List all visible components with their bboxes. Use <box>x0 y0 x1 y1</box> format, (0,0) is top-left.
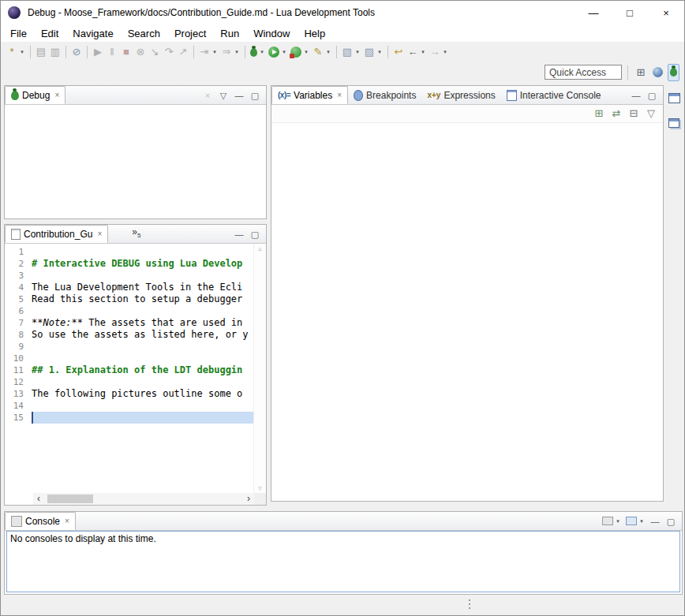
minimize-button[interactable]: — <box>629 87 643 104</box>
close-icon[interactable]: × <box>65 517 69 525</box>
line-number[interactable]: 7 <box>5 317 32 329</box>
menu-edit[interactable]: Edit <box>34 26 66 41</box>
menu-file[interactable]: File <box>3 26 34 41</box>
dropdown-arrow-icon[interactable]: ▾ <box>281 49 287 55</box>
minimized-view-button-1[interactable] <box>667 89 682 106</box>
dropdown-arrow-icon[interactable]: ▾ <box>303 49 309 55</box>
dropdown-arrow-icon[interactable]: ▾ <box>615 518 621 525</box>
code-text[interactable]: # Interactive DEBUG using Lua Develop <box>32 258 254 270</box>
dropdown-arrow-icon[interactable]: ▾ <box>354 49 361 55</box>
line-number[interactable]: 9 <box>5 341 32 353</box>
new-lua-file-button[interactable]: ▨▾ <box>362 43 384 61</box>
code-text[interactable] <box>32 376 254 388</box>
dropdown-arrow-icon[interactable]: ▾ <box>19 49 25 55</box>
code-text[interactable] <box>32 305 254 317</box>
dropdown-arrow-icon[interactable]: ▾ <box>234 49 240 55</box>
disconnect-button[interactable]: ⊗ <box>133 43 148 61</box>
editor-line[interactable]: 11## 1. Explanation of the LDT debuggin <box>5 364 254 376</box>
editor-line[interactable]: 3 <box>5 270 254 282</box>
console-content[interactable]: No consoles to display at this time. <box>6 531 680 592</box>
line-number[interactable]: 1 <box>5 246 32 258</box>
code-text[interactable] <box>32 412 254 424</box>
code-text[interactable]: So use the assets as listed here, or y <box>32 329 254 341</box>
menu-search[interactable]: Search <box>121 26 167 41</box>
close-icon[interactable]: × <box>337 91 342 99</box>
run-button[interactable]: ▾ <box>267 43 289 61</box>
code-text[interactable] <box>32 400 254 412</box>
lua-perspective-button[interactable] <box>651 64 664 81</box>
editor-line[interactable]: 10 <box>5 353 254 364</box>
editor-line[interactable]: 9 <box>5 341 254 353</box>
maximize-button[interactable]: ▢ <box>248 226 262 243</box>
dropdown-arrow-icon[interactable]: ▾ <box>211 49 218 55</box>
hidden-editors-indicator[interactable]: » 5 <box>132 225 140 243</box>
dropdown-arrow-icon[interactable]: ▾ <box>638 518 645 525</box>
tab-expressions[interactable]: x+yExpressions <box>421 86 500 104</box>
resume-button[interactable]: ▶ <box>91 43 105 61</box>
line-number[interactable]: 10 <box>5 353 32 364</box>
code-text[interactable] <box>32 341 254 353</box>
editor-text-area[interactable]: 12# Interactive DEBUG using Lua Develop3… <box>5 244 254 493</box>
display-selected-console-button[interactable]: ▾ <box>601 513 623 530</box>
editor-line[interactable]: 15 <box>5 412 254 424</box>
line-number[interactable]: 4 <box>5 282 32 293</box>
line-number[interactable]: 2 <box>5 258 32 270</box>
view-menu-button[interactable]: ▽ <box>644 105 658 122</box>
maximize-button[interactable]: ▢ <box>248 87 262 104</box>
line-number[interactable]: 5 <box>5 293 32 305</box>
line-number[interactable]: 12 <box>5 376 32 388</box>
tab-contribution-gu[interactable]: Contribution_Gu× <box>5 225 108 243</box>
menu-window[interactable]: Window <box>246 26 297 41</box>
code-text[interactable]: Read this section to setup a debugger <box>32 293 254 305</box>
editor-line[interactable]: 12 <box>5 376 254 388</box>
minimize-button[interactable]: — <box>232 226 246 243</box>
coverage-button[interactable]: ▾ <box>289 43 311 61</box>
show-logical-structures-button[interactable]: ⇄ <box>609 105 623 122</box>
tab-variables[interactable]: (x)=Variables× <box>271 86 348 104</box>
code-text[interactable] <box>32 353 254 364</box>
terminate-button[interactable]: ■ <box>119 43 133 61</box>
editor-vertical-scrollbar[interactable]: ▵ ▿ <box>253 244 266 493</box>
line-number[interactable]: 14 <box>5 400 32 412</box>
line-number[interactable]: 8 <box>5 329 32 341</box>
minimized-view-button-2[interactable] <box>667 114 681 132</box>
tab-console[interactable]: Console× <box>5 512 76 530</box>
dropdown-arrow-icon[interactable]: ▾ <box>420 49 426 55</box>
save-button[interactable]: ▤ <box>34 43 48 61</box>
close-window-button[interactable]: × <box>648 1 684 24</box>
menu-navigate[interactable]: Navigate <box>66 26 120 41</box>
editor-horizontal-scrollbar[interactable]: ‹ › <box>33 493 254 505</box>
step-return-button[interactable]: ↗ <box>176 43 190 61</box>
editor-line[interactable]: 13The following pictures outline some o <box>5 388 254 400</box>
tab-interactive-console[interactable]: Interactive Console <box>501 86 607 104</box>
view-menu-button[interactable]: ▽ <box>216 87 230 104</box>
editor-line[interactable]: 1 <box>5 246 254 258</box>
editor-line[interactable]: 6 <box>5 305 254 317</box>
show-type-names-button[interactable]: ⊞ <box>592 105 606 122</box>
menu-run[interactable]: Run <box>213 26 246 41</box>
save-all-button[interactable]: ▥ <box>48 43 62 61</box>
quick-access-input[interactable] <box>545 65 622 80</box>
editor-line[interactable]: 7**Note:** The assets that are used in <box>5 317 254 329</box>
maximize-window-button[interactable]: □ <box>612 1 648 24</box>
editor-line[interactable]: 14 <box>5 400 254 412</box>
last-edit-location-button[interactable]: ↩ <box>391 43 406 61</box>
new-lua-project-button[interactable]: ▧▾ <box>340 43 362 61</box>
editor-line[interactable]: 4The Lua Development Tools in the Ecli <box>5 282 254 293</box>
line-number[interactable]: 15 <box>5 412 32 424</box>
scroll-left-icon[interactable]: ‹ <box>33 494 44 504</box>
scroll-up-icon[interactable]: ▵ <box>254 245 266 252</box>
new-wizard-button[interactable]: *▾ <box>5 43 27 61</box>
close-icon[interactable]: × <box>54 91 59 99</box>
status-trim-handle[interactable] <box>469 599 470 609</box>
tab-breakpoints[interactable]: Breakpoints <box>348 86 421 104</box>
minimize-button[interactable]: — <box>648 513 662 530</box>
back-button[interactable]: ←▾ <box>406 43 428 61</box>
scroll-right-icon[interactable]: › <box>243 494 254 504</box>
skip-all-breakpoints-button[interactable]: ⊘ <box>69 43 84 61</box>
dropdown-arrow-icon[interactable]: ▾ <box>376 49 383 55</box>
line-number[interactable]: 13 <box>5 388 32 400</box>
tab-debug[interactable]: Debug× <box>5 86 66 104</box>
step-into-button[interactable]: ↘ <box>148 43 162 61</box>
code-text[interactable]: **Note:** The assets that are used in <box>32 317 254 329</box>
